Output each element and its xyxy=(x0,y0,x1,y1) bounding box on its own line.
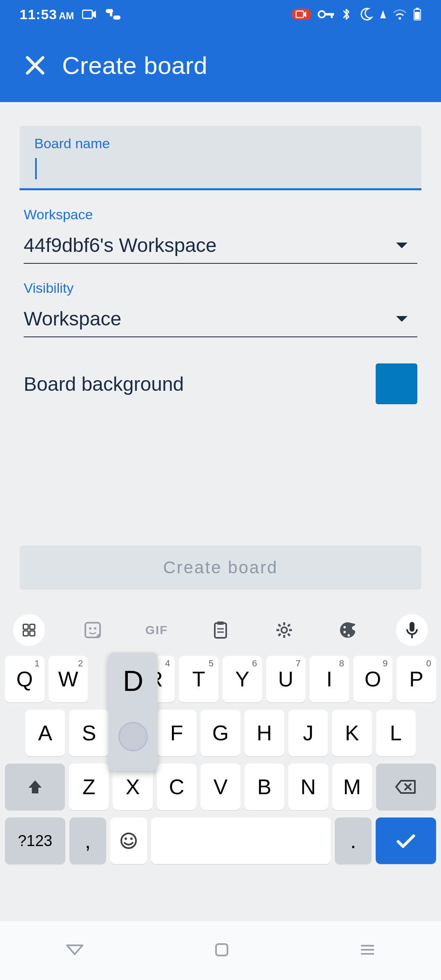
key-emoji[interactable] xyxy=(110,817,147,864)
key-h[interactable]: H xyxy=(245,710,284,756)
key-space[interactable] xyxy=(151,817,331,864)
keyboard-settings-button[interactable] xyxy=(268,614,300,646)
workspace-section: Workspace 44f9dbf6's Workspace xyxy=(20,207,421,264)
visibility-dropdown[interactable]: Workspace xyxy=(24,307,417,337)
create-board-button[interactable]: Create board xyxy=(20,546,421,590)
key-p[interactable]: P0 xyxy=(396,656,436,702)
key-symbols[interactable]: ?123 xyxy=(5,817,65,864)
board-name-field[interactable]: Board name xyxy=(20,126,421,190)
workspace-value: 44f9dbf6's Workspace xyxy=(24,234,217,256)
key-enter[interactable] xyxy=(376,817,436,864)
svg-rect-10 xyxy=(416,8,419,9)
check-icon xyxy=(395,833,417,849)
key-q[interactable]: Q1 xyxy=(5,656,45,702)
board-name-input[interactable] xyxy=(34,156,407,179)
keyboard-theme-button[interactable] xyxy=(332,614,364,646)
key-c[interactable]: C xyxy=(157,764,196,810)
keyboard-apps-button[interactable] xyxy=(13,614,45,646)
camera-icon xyxy=(82,9,97,20)
svg-point-33 xyxy=(343,631,346,633)
background-label: Board background xyxy=(24,373,184,395)
keyboard-row-1: Q1 W2 R4 T5 Y6 U7 I8 O9 P0 xyxy=(5,656,436,702)
keyboard-toolbar: GIF xyxy=(5,614,436,656)
page-title: Create board xyxy=(62,51,207,80)
key-a[interactable]: A xyxy=(25,710,65,756)
svg-point-23 xyxy=(281,627,287,633)
key-icon xyxy=(318,9,335,19)
key-t[interactable]: T5 xyxy=(179,656,218,702)
background-row: Board background xyxy=(20,363,421,404)
key-shift[interactable] xyxy=(5,764,65,810)
battery-icon xyxy=(413,8,421,21)
sticker-icon xyxy=(84,621,102,639)
keyboard-row-2: A S F G H J K L xyxy=(5,710,436,756)
svg-rect-14 xyxy=(23,631,28,636)
signal-icon xyxy=(380,10,386,19)
keyboard-sticker-button[interactable] xyxy=(77,614,109,646)
svg-rect-40 xyxy=(216,944,227,956)
palette-icon xyxy=(339,621,358,639)
svg-point-17 xyxy=(89,627,91,630)
svg-rect-19 xyxy=(215,623,226,638)
svg-point-39 xyxy=(130,837,133,840)
keyboard-clipboard-button[interactable] xyxy=(205,614,236,646)
key-comma[interactable]: , xyxy=(69,817,106,864)
svg-rect-13 xyxy=(30,624,35,629)
key-l[interactable]: L xyxy=(376,710,416,756)
status-left: 11:53AM xyxy=(20,7,121,22)
visibility-label: Visibility xyxy=(24,280,417,296)
workspace-dropdown[interactable]: 44f9dbf6's Workspace xyxy=(24,234,417,264)
text-cursor xyxy=(35,158,37,179)
nav-back-button[interactable] xyxy=(65,944,84,958)
dnd-moon-icon xyxy=(359,7,373,22)
svg-rect-4 xyxy=(296,11,303,18)
key-y[interactable]: Y6 xyxy=(223,656,262,702)
svg-rect-0 xyxy=(82,10,92,18)
svg-line-31 xyxy=(278,634,281,636)
keyboard-gif-button[interactable]: GIF xyxy=(141,614,173,646)
nav-recent-button[interactable] xyxy=(359,944,376,958)
svg-point-8 xyxy=(399,17,401,20)
svg-rect-11 xyxy=(415,12,420,19)
svg-point-18 xyxy=(94,627,96,630)
key-f[interactable]: F xyxy=(157,710,196,756)
key-v[interactable]: V xyxy=(200,764,240,810)
svg-line-29 xyxy=(288,634,290,636)
keyboard: GIF Q1 W2 R4 T5 Y6 U7 I8 O9 P0 A S F G H… xyxy=(0,604,441,921)
clipboard-icon xyxy=(212,621,229,639)
key-z[interactable]: Z xyxy=(69,764,109,810)
visibility-value: Workspace xyxy=(24,307,121,330)
nav-back-icon xyxy=(65,944,84,956)
keyboard-mic-button[interactable] xyxy=(396,614,428,646)
background-swatch[interactable] xyxy=(376,363,417,404)
backspace-icon xyxy=(395,779,416,795)
key-j[interactable]: J xyxy=(288,710,328,756)
key-g[interactable]: G xyxy=(200,710,240,756)
key-o[interactable]: O9 xyxy=(353,656,393,702)
emoji-icon xyxy=(120,832,138,850)
close-button[interactable] xyxy=(16,46,55,85)
board-name-label: Board name xyxy=(34,136,407,151)
nav-home-icon xyxy=(214,942,229,957)
keyboard-row-4: ?123 , . xyxy=(5,817,436,864)
svg-point-32 xyxy=(343,626,346,628)
key-m[interactable]: M xyxy=(332,764,372,810)
key-popup-letter: D xyxy=(123,665,144,697)
key-period[interactable]: . xyxy=(335,817,372,864)
key-i[interactable]: I8 xyxy=(310,656,349,702)
key-u[interactable]: U7 xyxy=(266,656,306,702)
key-popup-ripple xyxy=(118,722,148,751)
app-bar: Create board xyxy=(0,29,441,102)
status-right xyxy=(292,7,421,22)
key-n[interactable]: N xyxy=(288,764,328,810)
key-backspace[interactable] xyxy=(376,764,436,810)
svg-point-34 xyxy=(347,634,350,637)
key-w[interactable]: W2 xyxy=(49,656,88,702)
svg-rect-7 xyxy=(331,13,333,18)
svg-rect-3 xyxy=(110,12,112,16)
nav-home-button[interactable] xyxy=(214,942,229,959)
svg-line-30 xyxy=(288,624,290,626)
key-k[interactable]: K xyxy=(332,710,372,756)
key-b[interactable]: B xyxy=(245,764,284,810)
key-s[interactable]: S xyxy=(69,710,109,756)
